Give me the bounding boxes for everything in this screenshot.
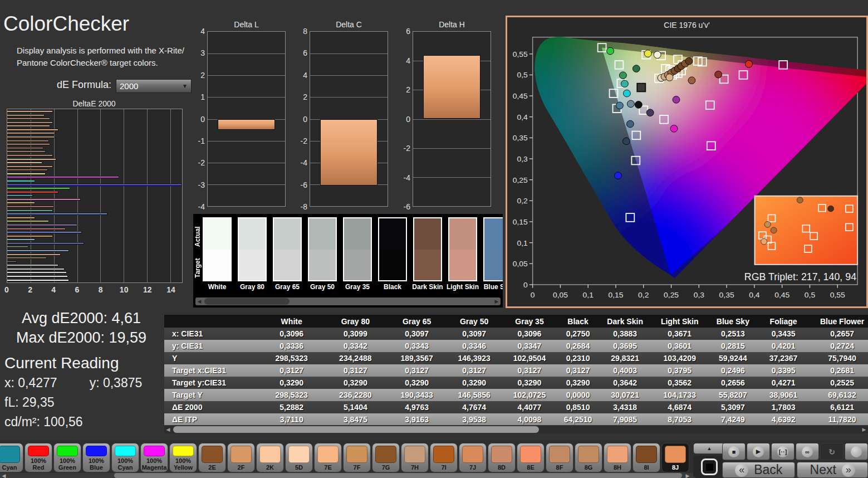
tabs-scrollbar[interactable]: ◀ ▶ (0, 473, 696, 478)
measured-point (627, 100, 634, 108)
swatch-light-skin (448, 217, 477, 281)
patch-tab-7h[interactable]: 7H (401, 443, 429, 472)
scroll-left-icon[interactable]: ◀ (195, 297, 203, 305)
patch-tab-8f[interactable]: 8F (546, 443, 573, 472)
patch-tab-label: 7E (315, 464, 341, 472)
actual-color (239, 218, 266, 250)
patch-tab-100-blue[interactable]: 100% Blue (82, 443, 110, 472)
svg-text:0,35: 0,35 (513, 134, 528, 142)
patch-tab-7i[interactable]: 7I (430, 443, 458, 472)
axis-tick-label: 8 (99, 285, 103, 294)
patch-tab-100-magenta[interactable]: 100% Magenta (140, 443, 168, 472)
patch-tab-7j[interactable]: 7J (459, 443, 487, 472)
collapse-up-button[interactable]: ▲ (693, 443, 725, 454)
patch-tab-8j[interactable]: 8J (661, 443, 689, 472)
de-bar (7, 257, 47, 259)
swatch-scrollbar[interactable]: ◀ ▶ (195, 297, 501, 305)
table-cell: 3,4318 (599, 401, 651, 413)
table-row: ΔE 20005,28825,14044,97634,76744,40770,8… (164, 401, 868, 413)
patch-tab-8d[interactable]: 8D (488, 443, 516, 472)
tabs-scroll-thumb[interactable] (114, 473, 682, 478)
back-arrow-icon: « (735, 464, 748, 477)
gridline (208, 141, 285, 142)
table-cell: 55,8207 (708, 389, 757, 401)
table-scrollbar[interactable]: ◀ ▶ (164, 426, 868, 433)
de-bar (7, 279, 69, 281)
refresh-button[interactable]: ↻ (820, 443, 844, 460)
de-bar (7, 202, 35, 204)
table-cell: 5,3097 (708, 401, 757, 413)
scroll-right-icon[interactable]: ▶ (493, 297, 501, 305)
axis-tick-label: 14 (166, 285, 175, 294)
patch-tab-8h[interactable]: 8H (604, 443, 631, 472)
table-cell: 0,2684 (557, 340, 599, 352)
table-row: Target y:CIE310,32900,32900,32900,32900,… (164, 377, 868, 389)
axis-tick-label: 4 (51, 285, 56, 294)
patch-tab-5d[interactable]: 5D (285, 443, 313, 472)
patch-tab-label: 7I (430, 464, 457, 472)
swatch-gray-65 (273, 217, 302, 281)
de-bar (7, 268, 65, 270)
table-cell: 4,9763 (388, 401, 446, 413)
patch-tab-8e[interactable]: 8E (517, 443, 545, 472)
loop-button[interactable]: ∞ (796, 443, 819, 460)
de-bar (7, 242, 84, 245)
patch-color (144, 446, 165, 456)
svg-text:0: 0 (523, 281, 528, 289)
patch-tab-cyan[interactable]: Cyan (0, 443, 23, 472)
chart-frame (413, 31, 491, 207)
patch-tab-7f[interactable]: 7F (343, 443, 371, 472)
table-cell: 0,3795 (651, 364, 708, 377)
table-cell: 0,3343 (388, 340, 446, 352)
next-button[interactable]: Next » (797, 462, 868, 478)
patch-tab-8i[interactable]: 8I (632, 443, 660, 472)
patch-tab-2e[interactable]: 2E (198, 443, 226, 472)
range-button[interactable]: [··] (771, 443, 795, 460)
record-button[interactable]: ● (845, 443, 868, 460)
de-bar (7, 194, 33, 197)
axis-tick-label: 6 (75, 285, 79, 294)
patch-tab-2f[interactable]: 2F (227, 443, 255, 472)
gridline (310, 53, 388, 54)
swatch-gray-50 (308, 217, 337, 281)
cie-zoom-inset (755, 196, 858, 265)
scroll-left-icon[interactable]: ◀ (164, 426, 172, 433)
target-color (449, 250, 476, 281)
axis-tick-label: -4 (193, 202, 205, 211)
patch-tab-label: Cyan (0, 464, 23, 472)
stop-button[interactable]: ■ (722, 443, 746, 460)
patch-color (231, 446, 252, 463)
patch-tab-100-yellow[interactable]: 100% Yellow (169, 443, 197, 472)
record-icon: ● (851, 446, 862, 457)
gridline (413, 148, 491, 149)
de-formula-select[interactable]: 2000 ▼ (116, 79, 192, 93)
table-row: Y298,5323234,2488189,3567146,3923102,950… (164, 352, 868, 364)
actual-color (309, 218, 336, 250)
actual-color (204, 218, 231, 250)
patch-tab-100-red[interactable]: 100% Red (24, 443, 52, 472)
patch-tab-100-green[interactable]: 100% Green (53, 443, 81, 472)
de-bar (7, 184, 182, 186)
patch-tab-2k[interactable]: 2K (256, 443, 284, 472)
white-point-target-square (637, 84, 645, 92)
patch-tab-8g[interactable]: 8G (575, 443, 602, 472)
table-cell: 0,3290 (502, 377, 557, 389)
table-row: x: CIE310,30960,30990,30970,30970,30960,… (164, 328, 868, 340)
table-scroll-thumb[interactable] (173, 426, 539, 433)
de-bar (7, 110, 53, 113)
patch-tab-label: 7G (372, 464, 399, 472)
axis-tick-label: 3 (193, 48, 205, 57)
patch-tab-100-cyan[interactable]: 100% Cyan (111, 443, 139, 472)
delta-bar (218, 119, 275, 130)
window-stop-button[interactable] (693, 456, 725, 478)
scroll-right-icon[interactable]: ▶ (684, 472, 692, 478)
axis-tick-label: 8 (295, 27, 307, 36)
patch-tab-7e[interactable]: 7E (314, 443, 342, 472)
play-button[interactable]: ▶ (747, 443, 770, 460)
swatch-scroll-thumb[interactable] (204, 298, 290, 305)
patch-tab-7g[interactable]: 7G (372, 443, 400, 472)
scroll-right-icon[interactable]: ▶ (860, 426, 868, 433)
back-button[interactable]: « Back (722, 462, 795, 478)
table-cell: 3,7110 (260, 413, 323, 425)
scroll-left-icon[interactable]: ◀ (0, 472, 8, 478)
